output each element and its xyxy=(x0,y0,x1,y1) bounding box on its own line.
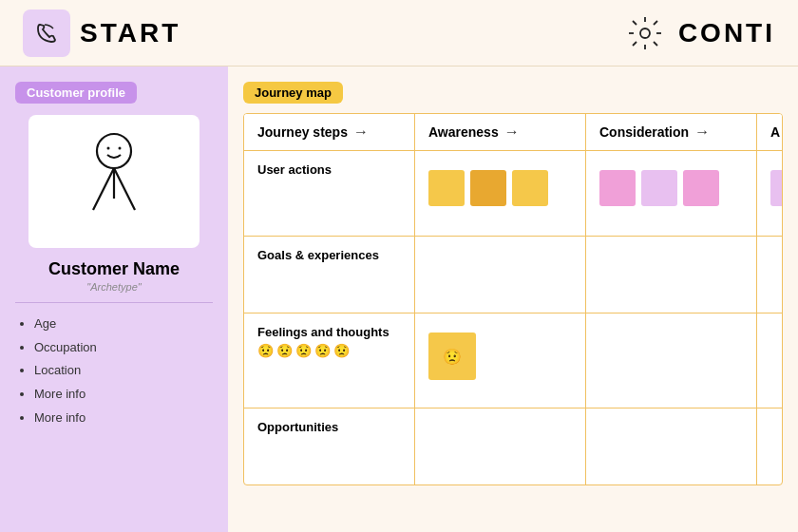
profile-item: More info xyxy=(34,407,97,430)
archetype-label: "Archetype" xyxy=(86,281,141,293)
cell-awareness-goals xyxy=(415,237,586,313)
journey-area: Journey map Journey steps → Awareness → … xyxy=(228,66,798,532)
col-awareness: Awareness → xyxy=(415,114,586,150)
sticky-note[interactable] xyxy=(512,170,548,206)
avatar xyxy=(28,115,200,248)
profile-list: Age Occupation Location More info More i… xyxy=(15,313,97,429)
cell-a-user-actions xyxy=(757,151,783,236)
customer-profile-label: Customer profile xyxy=(15,82,137,104)
table-row-user-actions: User actions xyxy=(244,151,782,237)
user-actions-label: User actions xyxy=(257,162,401,177)
cell-user-actions-label: User actions xyxy=(244,151,415,236)
emoji-row: 😟 😟 😟 😟 😟 xyxy=(257,343,401,358)
main-content: Customer profile Customer Name "Archetyp… xyxy=(0,66,798,532)
cell-consideration-feelings xyxy=(586,314,757,408)
col-header-journey-steps: Journey steps xyxy=(257,124,348,140)
feelings-sticky-container: 😟 xyxy=(428,332,572,380)
col-header-a: A xyxy=(770,124,780,140)
sun-icon xyxy=(621,10,669,57)
sticky-note[interactable] xyxy=(641,170,677,206)
start-title: START xyxy=(80,18,180,48)
profile-item: More info xyxy=(34,383,97,407)
profile-item: Occupation xyxy=(34,336,97,360)
col-header-consideration: Consideration xyxy=(599,124,689,140)
sticky-note[interactable] xyxy=(770,170,783,206)
stick-figure-icon xyxy=(66,124,162,238)
col-a: A xyxy=(757,114,783,150)
start-icon-bg xyxy=(23,10,70,57)
sticky-note[interactable] xyxy=(470,170,506,206)
table-header-row: Journey steps → Awareness → Consideratio… xyxy=(244,114,782,151)
feelings-label: Feelings and thoughts xyxy=(257,325,401,339)
feelings-sticky-note[interactable]: 😟 xyxy=(428,332,476,380)
header: START CONTI xyxy=(0,0,798,66)
sidebar-divider xyxy=(15,302,213,303)
sticky-notes-pink-extra xyxy=(770,170,783,206)
cell-consideration-goals xyxy=(586,237,757,313)
continue-title: CONTI xyxy=(678,18,775,48)
cell-consideration-opportunities xyxy=(586,408,757,484)
cell-a-goals xyxy=(757,237,783,313)
table-row-feelings: Feelings and thoughts 😟 😟 😟 😟 😟 😟 xyxy=(244,314,782,408)
col-journey-steps: Journey steps → xyxy=(244,114,415,150)
cell-awareness-user-actions xyxy=(415,151,586,236)
table-row-opportunities: Opportunities xyxy=(244,408,782,484)
customer-name: Customer Name xyxy=(48,259,180,279)
svg-point-11 xyxy=(119,147,122,150)
emoji-3: 😟 xyxy=(295,343,312,358)
col-header-awareness: Awareness xyxy=(428,124,499,140)
sticky-note[interactable] xyxy=(428,170,465,206)
sticky-note[interactable] xyxy=(599,170,636,206)
cell-feelings-label: Feelings and thoughts 😟 😟 😟 😟 😟 xyxy=(244,314,415,408)
svg-line-6 xyxy=(654,42,657,46)
cell-awareness-opportunities xyxy=(415,408,586,484)
cell-goals-label: Goals & experiences xyxy=(244,237,415,313)
emoji-1: 😟 xyxy=(257,343,274,358)
arrow-icon: → xyxy=(694,124,710,141)
cell-opportunities-label: Opportunities xyxy=(244,408,415,484)
svg-line-8 xyxy=(633,42,636,46)
opportunities-label: Opportunities xyxy=(257,420,401,434)
sidebar: Customer profile Customer Name "Archetyp… xyxy=(0,66,228,532)
svg-point-9 xyxy=(97,134,131,168)
svg-line-5 xyxy=(633,21,636,25)
arrow-icon: → xyxy=(504,124,520,141)
emoji-2: 😟 xyxy=(276,343,293,358)
svg-line-7 xyxy=(654,21,657,25)
col-consideration: Consideration → xyxy=(586,114,757,150)
journey-map-label: Journey map xyxy=(243,82,343,104)
profile-item: Age xyxy=(34,313,97,336)
header-left: START xyxy=(23,10,180,57)
svg-point-0 xyxy=(640,28,650,38)
cell-a-opportunities xyxy=(757,408,783,484)
header-right: CONTI xyxy=(621,10,775,57)
emoji-4: 😟 xyxy=(314,343,331,358)
emoji-5: 😟 xyxy=(333,343,350,358)
journey-table: Journey steps → Awareness → Consideratio… xyxy=(243,113,783,485)
sticky-notes-pink xyxy=(599,170,743,206)
sticky-note[interactable] xyxy=(683,170,719,206)
arrow-icon: → xyxy=(353,124,369,141)
goals-label: Goals & experiences xyxy=(257,248,401,262)
cell-consideration-user-actions xyxy=(586,151,757,236)
table-row-goals: Goals & experiences xyxy=(244,237,782,314)
profile-item: Location xyxy=(34,359,97,383)
svg-point-10 xyxy=(107,147,110,150)
cell-a-feelings xyxy=(757,314,783,408)
cell-awareness-feelings: 😟 xyxy=(415,314,586,408)
feelings-sticky-emoji: 😟 xyxy=(443,348,462,366)
sticky-notes-orange xyxy=(428,170,572,206)
phone-icon xyxy=(32,19,61,48)
